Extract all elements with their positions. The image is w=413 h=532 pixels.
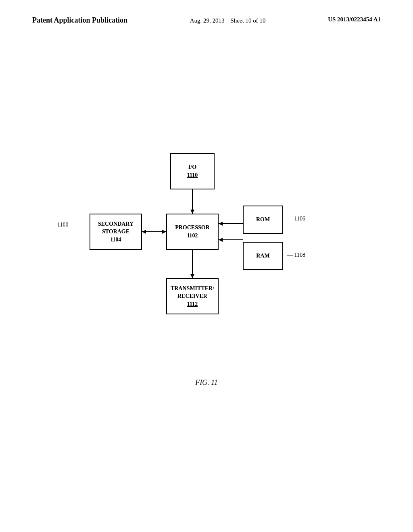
sheet-info: Sheet 10 of 10 xyxy=(230,17,265,24)
header-date-sheet: Aug. 29, 2013 Sheet 10 of 10 xyxy=(190,16,266,25)
svg-marker-8 xyxy=(219,238,223,242)
publication-date: Aug. 29, 2013 xyxy=(190,17,225,24)
rom-ref-label: — 1106 xyxy=(287,216,305,222)
ram-box: RAM xyxy=(243,242,283,270)
transmitter-label-line2: RECEIVER xyxy=(177,292,207,300)
secondary-ref: 1104 xyxy=(110,236,121,244)
svg-marker-6 xyxy=(219,222,223,226)
figure-caption: FIG. 11 xyxy=(195,378,218,387)
svg-marker-4 xyxy=(162,230,166,234)
io-label: I/O xyxy=(188,163,196,171)
ram-label: RAM xyxy=(256,252,269,260)
io-ref: 1110 xyxy=(187,171,198,179)
processor-label: PROCESSOR xyxy=(175,224,210,232)
rom-box: ROM xyxy=(243,206,283,234)
transmitter-ref: 1112 xyxy=(187,300,198,308)
processor-box: PROCESSOR 1102 xyxy=(166,214,219,250)
io-box: I/O 1110 xyxy=(170,153,215,189)
secondary-label-line2: STORAGE xyxy=(102,228,129,236)
patent-number: US 2013/0223454 A1 xyxy=(328,16,381,23)
svg-marker-3 xyxy=(142,230,146,234)
figure-11-diagram: 1100 I/O 1110 PROCESSOR 1102 SECONDARY S… xyxy=(81,153,332,363)
secondary-storage-box: SECONDARY STORAGE 1104 xyxy=(90,214,142,250)
publication-label: Patent Application Publication xyxy=(32,16,127,25)
svg-marker-10 xyxy=(190,274,194,278)
transmitter-label-line1: TRANSMITTER/ xyxy=(171,285,214,293)
rom-label: ROM xyxy=(256,216,270,224)
transmitter-box: TRANSMITTER/ RECEIVER 1112 xyxy=(166,278,219,314)
processor-ref: 1102 xyxy=(187,232,198,240)
system-ref-label: 1100 xyxy=(57,222,68,228)
svg-marker-1 xyxy=(190,210,194,214)
ram-ref-label: — 1108 xyxy=(287,252,305,258)
secondary-label-line1: SECONDARY xyxy=(98,220,133,228)
